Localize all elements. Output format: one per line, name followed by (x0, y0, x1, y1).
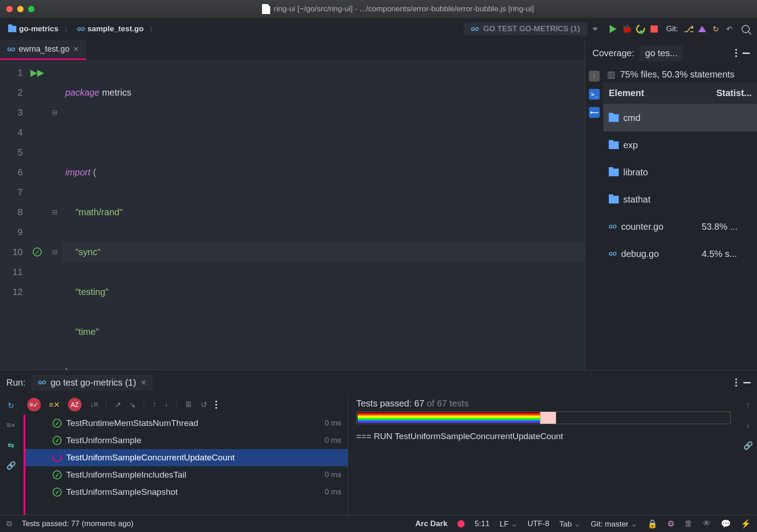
git-branches-button[interactable]: ⎇ (683, 23, 694, 35)
zoom-window[interactable] (28, 6, 34, 12)
memory-indicator-icon[interactable]: 🗑 (684, 519, 693, 528)
encoding-selector[interactable]: UTF-8 (528, 519, 549, 528)
coverage-row[interactable]: exp (603, 131, 757, 159)
breadcrumb-file[interactable]: sample_test.go (74, 22, 146, 36)
coverage-row[interactable]: stathat (603, 186, 757, 213)
show-ignored-toggle[interactable]: ≡✕ (49, 400, 60, 410)
link-button[interactable]: 🔗 (5, 460, 16, 471)
close-window[interactable] (6, 6, 13, 12)
sync-button[interactable]: ⇆ (5, 440, 16, 451)
flatten-icon[interactable]: ▥ (607, 69, 616, 80)
terminal-icon[interactable]: >_ (589, 89, 600, 100)
git-branch-status[interactable]: Git: master ⌄ (591, 519, 637, 529)
hide-tool-window[interactable] (742, 53, 750, 54)
search-everywhere-button[interactable] (740, 23, 752, 35)
indent-selector[interactable]: Tab ⌄ (559, 519, 581, 529)
link-output-button[interactable]: 🔗 (743, 441, 753, 450)
go-run-icon (471, 26, 479, 32)
minimize-window[interactable] (17, 6, 24, 12)
run-sidebar: ↻ ≡× ⇆ 🔗 (0, 395, 22, 515)
stop-icon (650, 25, 658, 33)
test-console: Tests passed: 67 of 67 tests === RUN Tes… (348, 395, 739, 515)
fold-handle[interactable]: ⊟ (48, 202, 62, 222)
theme-indicator[interactable]: Arc Dark (415, 519, 447, 528)
fold-handle[interactable]: ⊟ (48, 102, 62, 122)
test-running-icon (53, 453, 62, 462)
coverage-suite-selector[interactable]: go tes... (640, 45, 683, 61)
search-icon (742, 25, 750, 33)
expand-all[interactable]: ↗ (115, 400, 121, 410)
test-row[interactable]: ✓ TestUniformSample 0 ms (25, 432, 348, 449)
folder-icon (609, 114, 619, 122)
coverage-row[interactable]: librato (603, 159, 757, 186)
caret-position[interactable]: 5:11 (475, 519, 490, 528)
hide-tool-window[interactable] (743, 382, 751, 383)
window-controls (6, 6, 34, 12)
breadcrumb-folder[interactable]: go-metrics (5, 22, 61, 36)
run-tool-window: Run: go test go-metrics (1) ✕ ↻ ≡× ⇆ 🔗 ≡… (0, 370, 757, 515)
settings-icon[interactable]: ⚙ (667, 519, 675, 529)
event-log-icon[interactable]: 💬 (721, 519, 731, 529)
run-options-menu[interactable] (735, 378, 737, 387)
run-config-dropdown[interactable] (589, 23, 601, 35)
tests-passed-summary: Tests passed: 67 of 67 tests (356, 398, 731, 409)
show-passed-toggle[interactable]: ≡✓ (27, 398, 41, 411)
git-push-button[interactable] (696, 23, 708, 35)
lock-icon[interactable]: 🔒 (647, 519, 657, 529)
close-tab-icon[interactable]: ✕ (141, 378, 146, 387)
prev-failed[interactable]: ↑ (152, 400, 156, 409)
git-update-button[interactable]: ↻ (710, 23, 722, 35)
sort-toggle[interactable]: AZ (68, 398, 82, 411)
folder-icon (609, 196, 619, 203)
editor-tab-active[interactable]: ewma_test.go ✕ (0, 40, 86, 60)
close-tab-icon[interactable]: ✕ (73, 45, 79, 53)
run-with-coverage-button[interactable] (635, 23, 646, 35)
test-row[interactable]: ✓ TestUniformSampleIncludesTail 0 ms (25, 466, 348, 484)
rerun-button[interactable]: ↻ (5, 400, 16, 411)
scroll-down-button[interactable]: ↓ (746, 421, 750, 430)
inspections-icon[interactable]: 👁 (703, 519, 711, 528)
test-row[interactable]: ✓ TestRuntimeMemStatsNumThread 0 ms (25, 415, 348, 432)
folder-icon (609, 169, 619, 176)
test-tree: ≡✓ ≡✕ AZ ↓≡ ↗ ↘ ↑ ↓ 🗎 ↺ ✓ TestRuntimeMem… (22, 395, 348, 515)
run-tab[interactable]: go test go-metrics (1) ✕ (32, 375, 153, 391)
scroll-up-button[interactable]: ↑ (746, 401, 750, 410)
test-row-running[interactable]: TestUniformSampleConcurrentUpdateCount (25, 449, 348, 466)
push-icon (698, 26, 706, 32)
editor-tabs: ewma_test.go ✕ (0, 40, 585, 60)
collapse-all[interactable]: ↘ (129, 400, 136, 410)
nav-up-icon[interactable]: ↑ (589, 71, 600, 82)
run-configuration-selector[interactable]: GO TEST GO-METRICS (1) (464, 23, 587, 35)
console-output: === RUN TestUniformSampleConcurrentUpdat… (356, 431, 731, 441)
export-results[interactable]: 🗎 (185, 400, 193, 409)
next-failed[interactable]: ↓ (165, 400, 169, 409)
stop-button[interactable] (648, 23, 660, 35)
coverage-row[interactable]: cmd (603, 104, 757, 131)
coverage-icon (634, 23, 646, 35)
coverage-row[interactable]: debug.go 4.5% s... (603, 240, 757, 267)
filter-icon[interactable]: ⟵ (589, 107, 600, 118)
theme-color-icon (457, 520, 465, 527)
hide-tool-windows-icon[interactable]: ⧉ (6, 519, 12, 528)
fold-handle[interactable]: ⊟ (48, 242, 62, 262)
power-save-icon[interactable]: ⚡ (741, 519, 751, 529)
filter-tests-button[interactable]: ≡× (5, 420, 16, 431)
line-ending-selector[interactable]: LF ⌄ (500, 519, 518, 529)
go-run-icon (38, 380, 46, 385)
git-revert-button[interactable]: ↶ (723, 23, 735, 35)
test-row[interactable]: ✓ TestUniformSampleSnapshot 0 ms (25, 484, 348, 501)
run-gutter-icon[interactable]: ▶▶ (26, 63, 48, 82)
history-button[interactable]: ↺ (201, 400, 207, 410)
chevron-right-icon: 〉 (64, 24, 72, 34)
run-button[interactable] (607, 23, 619, 35)
nyan-cat-icon (540, 411, 556, 424)
coverage-row[interactable]: counter.go 53.8% ... (603, 213, 757, 240)
coverage-options-menu[interactable] (735, 49, 737, 57)
sort-by-duration[interactable]: ↓≡ (90, 400, 98, 409)
test-pass-gutter-icon[interactable] (26, 242, 48, 262)
debug-button[interactable] (621, 23, 633, 35)
editor-tab-label: ewma_test.go (19, 44, 69, 54)
test-passed-icon: ✓ (53, 419, 62, 428)
test-more-menu[interactable] (215, 401, 217, 409)
folder-icon (609, 141, 619, 149)
